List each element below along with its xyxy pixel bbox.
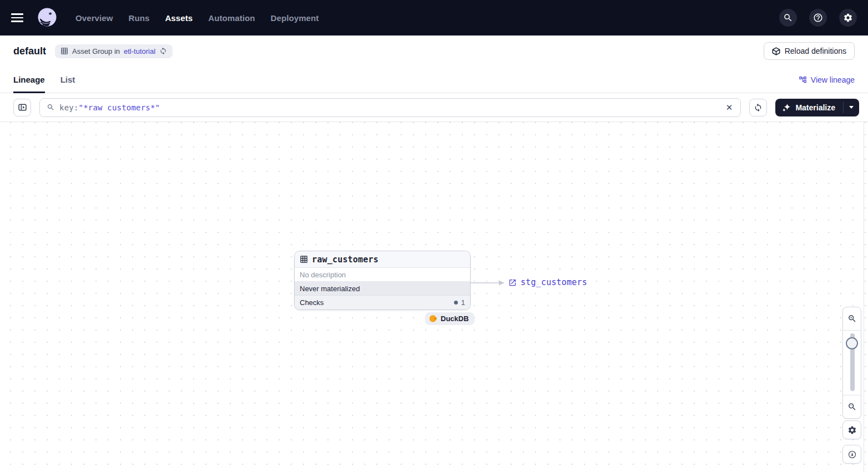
reload-definitions-label: Reload definitions (785, 47, 846, 55)
tab-list[interactable]: List (60, 67, 75, 93)
sync-icon (754, 103, 763, 112)
asset-group-badge-text: Asset Group in (72, 47, 120, 55)
kind-tag-duckdb[interactable]: DuckDB (425, 312, 475, 325)
asset-node-header[interactable]: raw_customers (295, 251, 470, 268)
recenter-icon (847, 450, 857, 459)
chevron-down-icon (849, 106, 854, 109)
code-location-cube-icon (772, 47, 780, 55)
duckdb-icon (429, 314, 437, 323)
downstream-asset-name: stg_customers (521, 277, 587, 287)
zoom-out-icon (847, 402, 857, 412)
search-icon (47, 103, 55, 111)
sparkles-icon (782, 103, 791, 112)
user-settings-button[interactable] (839, 9, 857, 27)
graph-settings-button[interactable] (842, 420, 861, 439)
nav-item-assets[interactable]: Assets (165, 13, 193, 23)
primary-nav-links: Overview Runs Assets Automation Deployme… (75, 13, 319, 23)
search-key-prefix: key: (59, 103, 79, 112)
zoom-in-icon (847, 314, 857, 323)
lineage-graph-icon (799, 75, 807, 84)
right-panel-divider (864, 122, 864, 472)
open-side-panel-button[interactable] (13, 99, 31, 116)
asset-group-icon (60, 47, 68, 55)
downstream-asset-link[interactable]: stg_customers (508, 277, 587, 287)
asset-name: raw_customers (312, 255, 379, 265)
asset-group-badge: Asset Group in etl-tutorial (55, 44, 173, 58)
materialize-button[interactable]: Materialize (775, 99, 843, 116)
asset-description: No description (295, 268, 470, 282)
top-nav: Overview Runs Assets Automation Deployme… (0, 0, 868, 35)
dagster-app: Overview Runs Assets Automation Deployme… (0, 0, 868, 472)
nav-item-overview[interactable]: Overview (75, 13, 113, 23)
lineage-edge (471, 278, 505, 287)
zoom-out-button[interactable] (843, 395, 861, 418)
tab-lineage-label: Lineage (13, 75, 45, 84)
tab-list-label: List (60, 75, 75, 84)
sync-icon (159, 47, 167, 55)
checks-label: Checks (300, 298, 324, 307)
checks-count: 1 (461, 298, 465, 307)
code-location-link[interactable]: etl-tutorial (124, 47, 155, 55)
table-icon (300, 255, 308, 263)
materialize-dropdown-button[interactable] (844, 99, 859, 116)
zoom-slider[interactable] (843, 331, 861, 395)
check-status-dot-icon (454, 301, 458, 304)
lineage-canvas[interactable]: raw_customers No description Never mater… (0, 122, 868, 472)
help-button[interactable] (809, 9, 827, 27)
dagster-logo-icon[interactable] (37, 7, 58, 28)
materialize-label: Materialize (795, 103, 835, 112)
view-lineage-label: View lineage (811, 75, 855, 84)
gear-icon (847, 425, 857, 435)
nav-item-automation[interactable]: Automation (208, 13, 255, 23)
nav-item-runs[interactable]: Runs (129, 13, 150, 23)
search-query-text: key:"*raw_customers*" (59, 103, 719, 112)
lineage-toolbar: key:"*raw_customers*" ✕ Materialize (0, 93, 868, 122)
tabs-row: Lineage List View lineage (0, 67, 868, 93)
close-icon: ✕ (726, 103, 733, 112)
reload-definitions-button[interactable]: Reload definitions (764, 42, 855, 60)
open-in-new-icon (508, 278, 517, 287)
zoom-in-button[interactable] (843, 307, 861, 331)
recenter-view-button[interactable] (842, 445, 861, 464)
asset-materialization-status: Never materialized (295, 282, 470, 296)
page-header: default Asset Group in etl-tutorial Relo… (0, 35, 868, 67)
page-title: default (13, 45, 46, 57)
zoom-controls (842, 307, 861, 419)
view-lineage-link[interactable]: View lineage (799, 75, 855, 84)
help-icon (813, 13, 823, 23)
hamburger-menu-button[interactable] (11, 10, 27, 26)
clear-search-button[interactable]: ✕ (724, 101, 735, 114)
global-search-button[interactable] (779, 9, 797, 27)
gear-icon (843, 13, 853, 23)
nav-item-deployment[interactable]: Deployment (271, 13, 319, 23)
asset-node-raw-customers[interactable]: raw_customers No description Never mater… (294, 251, 471, 310)
materialize-split-button: Materialize (775, 99, 859, 116)
tab-lineage[interactable]: Lineage (13, 67, 45, 93)
search-icon (783, 13, 793, 23)
asset-search-input[interactable]: key:"*raw_customers*" ✕ (39, 98, 741, 117)
asset-checks-row[interactable]: Checks 1 (295, 296, 470, 309)
panel-toggle-icon (18, 103, 27, 111)
kind-tag-label: DuckDB (441, 314, 469, 323)
code-location-reload-button[interactable] (159, 47, 167, 55)
zoom-slider-handle[interactable] (846, 337, 858, 349)
search-key-value: "*raw_customers*" (79, 103, 160, 112)
refresh-graph-button[interactable] (749, 99, 767, 116)
